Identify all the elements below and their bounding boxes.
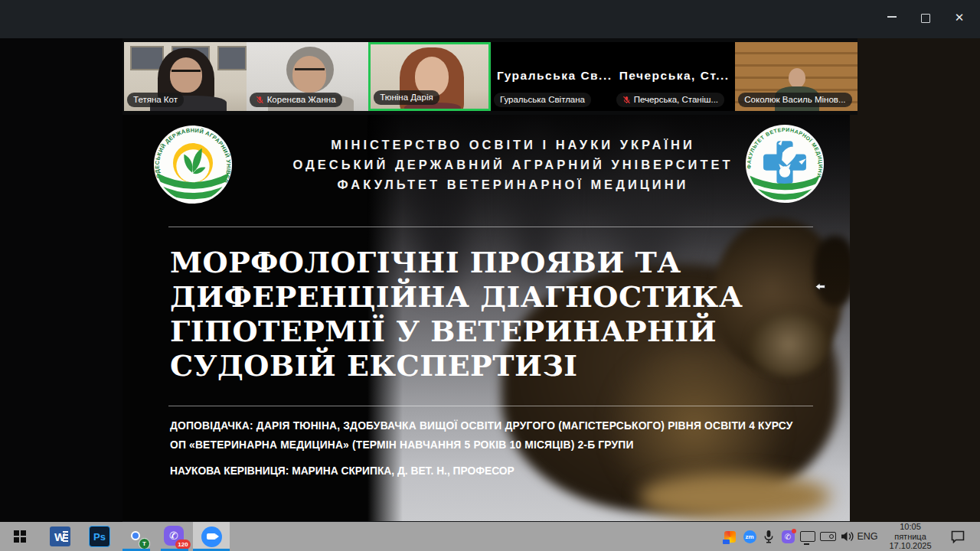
divider-line	[168, 227, 813, 227]
tray-zoom-app[interactable]: zm	[740, 522, 760, 551]
notification-icon	[950, 530, 965, 543]
display-icon	[800, 531, 815, 542]
participant-video	[295, 68, 325, 77]
taskbar-zoom-button-active[interactable]	[193, 522, 230, 551]
participant-name-label: Тетяна Кот	[127, 93, 184, 107]
photoshop-icon: Ps	[89, 526, 110, 547]
header-line: ФАКУЛЬТЕТ ВЕТЕРИНАРНОЇ МЕДИЦИНИ	[268, 174, 758, 194]
clock-day: пятница	[894, 532, 926, 542]
taskbar-chrome-button[interactable]: T	[119, 522, 153, 551]
header-line: ОДЕСЬКИЙ ДЕРЖАВНИЙ АГРАРНИЙ УНІВЕРСИТЕТ	[268, 155, 758, 174]
participant-tile[interactable]: Печерська, Ст... Печерська, Станіш...	[613, 42, 736, 111]
muted-mic-icon	[622, 96, 631, 104]
viber-notification-dot	[792, 529, 796, 533]
participant-video	[789, 68, 805, 88]
zoom-meeting-window: ✕ Тетяна Кот Коренєва Жанна	[0, 0, 980, 551]
zoom-tray-icon: zm	[743, 530, 756, 543]
shared-screen-slide: ОДЕСЬКИЙ ДЕРЖАВНИЙ АГРАРНИЙ УНІВЕРСИТЕТ	[122, 115, 850, 521]
participant-name: Коренєва Жанна	[267, 95, 336, 105]
clock-date: 17.10.2025	[889, 541, 931, 551]
participant-name-label: Гуральська Світлана	[494, 93, 591, 107]
speaker-line: ОП «ВЕТЕРИНАРНА МЕДИЦИНА» (ТЕРМІН НАВЧАН…	[170, 435, 793, 455]
microphone-icon	[763, 530, 774, 543]
restore-button[interactable]	[915, 8, 938, 26]
participant-name: Гуральська Світлана	[500, 95, 585, 105]
participant-name-label: Соколюк Василь Мінов...	[738, 93, 851, 107]
start-button[interactable]	[3, 522, 37, 551]
participant-strip: Тетяна Кот Коренєва Жанна Тюніна Дарія Г…	[124, 42, 858, 111]
misc-tray-icon	[724, 531, 736, 543]
title-line: МОРФОЛОГІЧНІ ПРОЯВИ ТА	[170, 245, 743, 279]
zoom-icon	[201, 527, 222, 547]
taskbar-viber-button[interactable]: ✆ 120	[158, 522, 191, 551]
slide-title: МОРФОЛОГІЧНІ ПРОЯВИ ТА ДИФЕРЕНЦІЙНА ДІАГ…	[170, 245, 743, 383]
taskbar-clock[interactable]: 10:05 пятница 17.10.2025	[880, 522, 940, 551]
participant-display-name: Печерська, Ст...	[619, 69, 730, 83]
university-logo: ОДЕСЬКИЙ ДЕРЖАВНИЙ АГРАРНИЙ УНІВЕРСИТЕТ	[152, 124, 234, 205]
participant-tile[interactable]: Соколюк Василь Мінов...	[735, 42, 858, 111]
tray-projector[interactable]	[818, 522, 838, 551]
participant-name-label: Коренєва Жанна	[250, 93, 342, 107]
left-shade	[0, 38, 122, 522]
minimize-button[interactable]	[880, 8, 903, 26]
title-line: ДИФЕРЕНЦІЙНА ДІАГНОСТИКА	[170, 279, 743, 314]
participant-display-name: Гуральська Св...	[497, 69, 612, 83]
participant-name: Тетяна Кот	[133, 95, 178, 105]
clock-time: 10:05	[900, 522, 921, 532]
participant-tile[interactable]: Коренєва Жанна	[247, 42, 369, 111]
window-titlebar: ✕	[0, 0, 980, 38]
right-shade	[850, 38, 980, 522]
action-center-button[interactable]	[945, 522, 971, 551]
participant-tile[interactable]: Гуральська Св... Гуральська Світлана	[491, 42, 613, 111]
viber-tray-icon: ✆	[782, 530, 795, 543]
participant-tile-active-speaker[interactable]: Тюніна Дарія	[368, 42, 491, 111]
speaker-line: ДОПОВІДАЧКА: ДАРІЯ ТЮНІНА, ЗДОБУВАЧКА ВИ…	[170, 416, 793, 435]
mouse-cursor	[815, 280, 826, 294]
slide-speaker-info: ДОПОВІДАЧКА: ДАРІЯ ТЮНІНА, ЗДОБУВАЧКА ВИ…	[170, 416, 793, 455]
participant-name: Соколюк Василь Мінов...	[744, 95, 845, 105]
divider-line	[168, 406, 813, 406]
chrome-badge: T	[139, 538, 150, 549]
title-line: СУДОВІЙ ЕКСПЕРТИЗІ	[170, 348, 743, 383]
participant-name: Печерська, Станіш...	[634, 95, 718, 105]
projector-icon	[820, 532, 836, 541]
tray-display[interactable]	[798, 522, 818, 551]
windows-logo-icon	[14, 530, 26, 543]
wall-frame	[217, 46, 247, 70]
tray-misc-app[interactable]	[720, 522, 740, 551]
participant-name: Тюніна Дарія	[380, 93, 433, 103]
taskbar-photoshop-button[interactable]: Ps	[83, 522, 116, 551]
faculty-logo: ФАКУЛЬТЕТ ВЕТЕРИНАРНОЇ МЕДИЦИНИ	[744, 123, 825, 204]
participant-video	[172, 70, 201, 78]
participant-name-label: Тюніна Дарія	[374, 90, 439, 105]
participant-name-label: Печерська, Станіш...	[616, 93, 724, 107]
taskbar-word-button[interactable]: W	[43, 522, 77, 551]
slide-supervisor-info: НАУКОВА КЕРІВНИЦЯ: МАРИНА СКРИПКА, Д. ВЕ…	[170, 465, 514, 477]
title-line: ГІПОТЕРМІЇ У ВЕТЕРИНАРНІЙ	[170, 314, 743, 348]
language-indicator[interactable]: ENG	[854, 522, 880, 551]
header-line: МІНІСТЕРСТВО ОСВІТИ І НАУКИ УКРАЇНИ	[268, 135, 758, 155]
tray-viber[interactable]: ✆	[778, 522, 798, 551]
participant-tile[interactable]: Тетяна Кот	[124, 42, 247, 111]
windows-taskbar: W Ps T ✆ 120 zm	[0, 522, 980, 551]
muted-mic-icon	[256, 96, 264, 104]
slide-header: МІНІСТЕРСТВО ОСВІТИ І НАУКИ УКРАЇНИ ОДЕС…	[268, 135, 758, 194]
close-button[interactable]: ✕	[948, 8, 971, 26]
tray-microphone[interactable]	[760, 522, 778, 551]
volume-icon	[840, 530, 855, 543]
word-icon: W	[50, 527, 70, 546]
